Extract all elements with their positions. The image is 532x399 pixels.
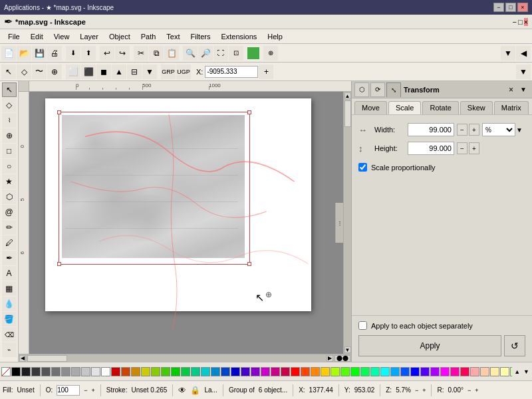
win-controls[interactable]: − □ × [493, 3, 528, 12]
hscroll-thumb[interactable] [27, 355, 67, 362]
vscrollbar[interactable]: ▲ ▼ [343, 92, 351, 354]
tb-cut[interactable]: ✂ [134, 46, 148, 61]
vscroll-down[interactable]: ▼ [344, 346, 351, 353]
menu-edit[interactable]: Edit [25, 31, 49, 42]
color-swatch[interactable] [131, 367, 140, 376]
color-swatch[interactable] [410, 367, 420, 376]
tool-zoom[interactable]: ⊕ [2, 128, 17, 143]
panel-icon-1[interactable]: ⬡ [354, 82, 369, 97]
color-swatch[interactable] [31, 367, 41, 376]
tb-align-m[interactable]: ⊟ [127, 65, 142, 79]
unit-dropdown-arrow[interactable]: ▼ [516, 126, 523, 134]
tb-ungroup[interactable]: UGP [176, 65, 191, 79]
menu-file[interactable]: File [3, 31, 25, 42]
window-controls[interactable]: − □ × [512, 18, 528, 26]
color-swatch[interactable] [331, 367, 340, 376]
handle-bl[interactable] [57, 262, 61, 266]
color-picker-icon[interactable]: ⬤⬤ [334, 355, 350, 362]
color-swatch[interactable] [360, 367, 370, 376]
tool-rect[interactable]: □ [2, 144, 17, 158]
x-increment[interactable]: + [259, 65, 273, 79]
color-swatch[interactable] [101, 367, 110, 376]
rotate-ccw-button[interactable]: ↺ [504, 335, 525, 356]
maximize-button[interactable]: □ [505, 3, 516, 12]
color-swatch[interactable] [420, 367, 430, 376]
color-swatch[interactable] [460, 367, 469, 376]
tb-align-l[interactable]: ⬜ [66, 65, 80, 79]
unit-select[interactable]: % px mm cm [482, 123, 515, 136]
close-button[interactable]: × [517, 3, 528, 12]
no-color-swatch[interactable] [1, 367, 11, 376]
color-swatch[interactable] [430, 367, 440, 376]
color-swatch[interactable] [390, 367, 400, 376]
panel-icon-2[interactable]: ⟳ [370, 82, 385, 97]
menu-object[interactable]: Object [104, 31, 136, 42]
tb-redo[interactable]: ↪ [115, 46, 130, 61]
width-decr[interactable]: − [457, 124, 467, 136]
vscroll-up[interactable]: ▲ [344, 92, 351, 99]
width-input[interactable] [408, 123, 454, 136]
tb-node[interactable]: ◇ [17, 65, 31, 79]
tool-connector[interactable]: ⌁ [2, 342, 17, 357]
x-input[interactable] [205, 66, 258, 78]
color-swatch[interactable] [161, 367, 170, 376]
tb-align-t[interactable]: ▲ [112, 65, 126, 79]
z-decr[interactable]: − [415, 387, 418, 394]
tb-undo[interactable]: ↩ [100, 46, 114, 61]
menu-extensions[interactable]: Extensions [215, 31, 262, 42]
apply-each-checkbox[interactable] [358, 321, 367, 330]
handle-tr[interactable] [247, 110, 251, 114]
tb-import[interactable]: ⬇ [66, 46, 80, 61]
opacity-decr[interactable]: − [84, 387, 87, 394]
color-swatch[interactable] [281, 367, 290, 376]
tb-fill[interactable] [247, 47, 259, 59]
color-swatch[interactable] [81, 367, 90, 376]
color-swatch[interactable] [380, 367, 390, 376]
tool-text[interactable]: A [2, 266, 17, 281]
hscrollbar[interactable]: ◀ ▶ ⬤⬤ [19, 354, 351, 362]
panel-icon-3[interactable]: ⤡ [386, 82, 401, 97]
tool-callig[interactable]: ✒ [2, 251, 17, 265]
canvas-viewport[interactable]: ↖ ⊕ ⋮ [29, 92, 343, 354]
tool-tweak[interactable]: ⌇ [2, 113, 17, 128]
color-swatch[interactable] [271, 367, 280, 376]
menu-layer[interactable]: Layer [74, 31, 104, 42]
menu-view[interactable]: View [49, 31, 75, 42]
color-swatch[interactable] [11, 367, 21, 376]
menu-filters[interactable]: Filters [186, 31, 216, 42]
tab-matrix[interactable]: Matrix [494, 101, 529, 114]
color-swatch[interactable] [251, 367, 260, 376]
tb-align-c[interactable]: ⬛ [81, 65, 96, 79]
tool-pencil[interactable]: ✏ [2, 220, 17, 235]
height-decr[interactable]: − [457, 142, 467, 154]
canvas-area[interactable]: 0 500 1000 0 5 6 [19, 81, 351, 362]
height-input[interactable] [408, 142, 454, 155]
tb-zoom2[interactable]: ⊕ [47, 65, 62, 79]
color-swatch[interactable] [141, 367, 150, 376]
tool-paint[interactable]: 🪣 [2, 312, 17, 327]
layer-lock-icon[interactable]: 🔒 [190, 386, 200, 395]
color-swatch[interactable] [350, 367, 360, 376]
r-incr[interactable]: + [475, 387, 478, 394]
r-decr[interactable]: − [467, 387, 471, 394]
tb-group[interactable]: GRP [161, 65, 176, 79]
tb-sel[interactable]: ↖ [1, 65, 16, 79]
color-swatch[interactable] [500, 367, 509, 376]
tool-pen[interactable]: 🖊 [2, 235, 17, 250]
color-swatch[interactable] [440, 367, 450, 376]
color-swatch[interactable] [321, 367, 330, 376]
color-swatch[interactable] [111, 367, 120, 376]
color-swatch[interactable] [340, 367, 350, 376]
color-swatch[interactable] [490, 367, 499, 376]
height-incr[interactable]: + [469, 142, 479, 154]
color-swatch[interactable] [480, 367, 489, 376]
tb-scroll[interactable]: ◀ [516, 46, 531, 61]
tb-print[interactable]: 🖨 [47, 46, 62, 61]
color-swatch[interactable] [450, 367, 460, 376]
color-swatch[interactable] [121, 367, 130, 376]
color-swatch[interactable] [201, 367, 210, 376]
color-swatch[interactable] [400, 367, 410, 376]
color-swatch[interactable] [261, 367, 270, 376]
win-close[interactable]: × [524, 18, 528, 26]
tool-spiral[interactable]: @ [2, 205, 17, 219]
